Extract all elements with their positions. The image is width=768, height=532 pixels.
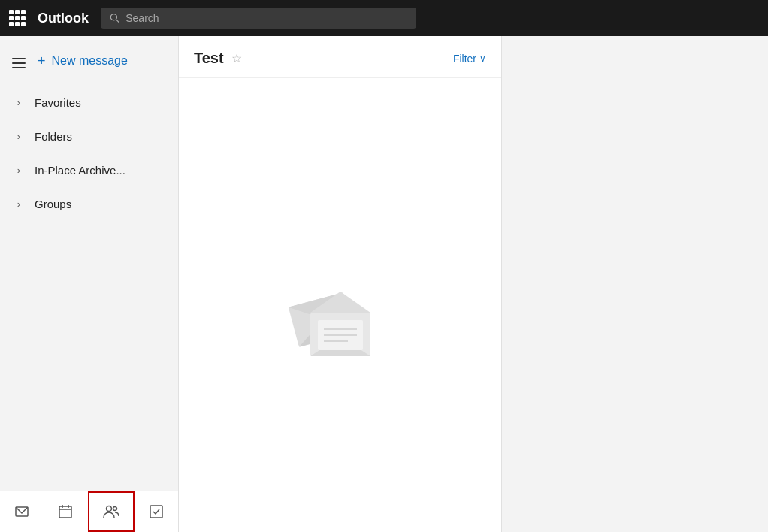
sidebar-item-label: Groups bbox=[35, 198, 71, 210]
sidebar-item-archive[interactable]: › In-Place Archive... bbox=[9, 153, 169, 187]
search-icon bbox=[110, 13, 119, 23]
sidebar-item-label: In-Place Archive... bbox=[35, 164, 125, 177]
bottom-nav-bar bbox=[0, 491, 178, 532]
filter-button[interactable]: Filter ∨ bbox=[453, 53, 486, 65]
sidebar-item-folders[interactable]: › Folders bbox=[9, 119, 169, 153]
bottom-nav-calendar[interactable] bbox=[44, 491, 87, 532]
app-launcher-icon[interactable] bbox=[9, 10, 26, 26]
filter-label: Filter bbox=[453, 53, 476, 65]
search-bar bbox=[101, 8, 416, 29]
topbar: Outlook bbox=[0, 0, 768, 36]
sidebar-item-favorites[interactable]: › Favorites bbox=[9, 86, 169, 119]
sidebar-item-label: Folders bbox=[35, 130, 72, 143]
tasks-icon bbox=[149, 504, 164, 519]
plus-icon: + bbox=[38, 54, 46, 68]
chevron-right-icon: › bbox=[12, 131, 26, 142]
bottom-nav-people[interactable] bbox=[88, 491, 135, 532]
svg-point-0 bbox=[110, 14, 116, 20]
svg-point-8 bbox=[113, 507, 116, 511]
sidebar-item-label: Favorites bbox=[35, 96, 81, 109]
hamburger-menu-button[interactable] bbox=[9, 52, 29, 74]
bottom-nav-tasks[interactable] bbox=[135, 491, 178, 532]
empty-inbox-illustration bbox=[280, 252, 401, 358]
email-list-panel: Test ☆ Filter ∨ bbox=[179, 36, 502, 532]
svg-point-7 bbox=[106, 506, 111, 512]
new-message-label: New message bbox=[52, 54, 128, 68]
star-icon[interactable]: ☆ bbox=[231, 51, 242, 65]
svg-rect-3 bbox=[59, 506, 71, 518]
sidebar: + New message › Favorites › Folders › In… bbox=[0, 36, 179, 532]
reading-pane bbox=[502, 36, 768, 532]
main-container: + New message › Favorites › Folders › In… bbox=[0, 36, 768, 532]
sidebar-item-groups[interactable]: › Groups bbox=[9, 187, 169, 221]
chevron-right-icon: › bbox=[12, 198, 26, 210]
svg-line-1 bbox=[116, 20, 119, 23]
people-icon bbox=[103, 503, 119, 520]
svg-rect-9 bbox=[150, 506, 162, 518]
email-list-title-row: Test ☆ bbox=[194, 50, 242, 67]
chevron-right-icon: › bbox=[12, 165, 26, 176]
chevron-right-icon: › bbox=[12, 97, 26, 108]
email-list-title: Test bbox=[194, 50, 224, 67]
new-message-button[interactable]: + New message bbox=[35, 48, 131, 74]
email-list-header: Test ☆ Filter ∨ bbox=[179, 36, 501, 78]
search-input[interactable] bbox=[125, 12, 407, 24]
calendar-icon bbox=[58, 504, 73, 519]
email-empty-state bbox=[179, 78, 501, 532]
app-title: Outlook bbox=[38, 11, 89, 26]
filter-chevron-icon: ∨ bbox=[479, 53, 486, 64]
content-area: Test ☆ Filter ∨ bbox=[179, 36, 768, 532]
bottom-nav-mail[interactable] bbox=[0, 491, 44, 532]
mail-icon bbox=[14, 504, 29, 519]
